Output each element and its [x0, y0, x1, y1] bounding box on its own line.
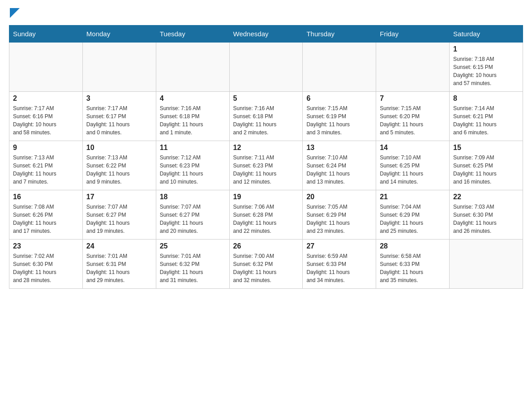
- day-info: Sunrise: 7:15 AM Sunset: 6:19 PM Dayligh…: [306, 104, 372, 137]
- week-row-1: 2Sunrise: 7:17 AM Sunset: 6:16 PM Daylig…: [9, 92, 523, 141]
- day-number: 24: [86, 242, 152, 250]
- calendar-cell-w1-d4: 6Sunrise: 7:15 AM Sunset: 6:19 PM Daylig…: [303, 92, 376, 141]
- day-info: Sunrise: 7:06 AM Sunset: 6:28 PM Dayligh…: [233, 203, 299, 235]
- calendar-cell-w2-d2: 11Sunrise: 7:12 AM Sunset: 6:23 PM Dayli…: [156, 141, 229, 190]
- day-info: Sunrise: 7:05 AM Sunset: 6:29 PM Dayligh…: [306, 203, 372, 235]
- calendar-cell-w4-d1: 24Sunrise: 7:01 AM Sunset: 6:31 PM Dayli…: [82, 240, 156, 289]
- calendar-cell-w4-d3: 26Sunrise: 7:00 AM Sunset: 6:32 PM Dayli…: [229, 240, 303, 289]
- day-number: 4: [160, 94, 226, 103]
- calendar-cell-w2-d5: 14Sunrise: 7:10 AM Sunset: 6:25 PM Dayli…: [376, 141, 450, 190]
- day-number: 7: [380, 94, 446, 103]
- day-info: Sunrise: 7:16 AM Sunset: 6:18 PM Dayligh…: [233, 104, 299, 137]
- calendar-cell-w1-d1: 3Sunrise: 7:17 AM Sunset: 6:17 PM Daylig…: [82, 92, 156, 141]
- calendar-cell-w1-d6: 8Sunrise: 7:14 AM Sunset: 6:21 PM Daylig…: [450, 92, 523, 141]
- day-info: Sunrise: 7:10 AM Sunset: 6:24 PM Dayligh…: [306, 154, 372, 186]
- day-number: 14: [380, 144, 446, 152]
- day-info: Sunrise: 7:04 AM Sunset: 6:29 PM Dayligh…: [380, 203, 446, 235]
- week-row-3: 16Sunrise: 7:08 AM Sunset: 6:26 PM Dayli…: [9, 190, 523, 240]
- day-number: 5: [233, 94, 299, 103]
- calendar-cell-w1-d0: 2Sunrise: 7:17 AM Sunset: 6:16 PM Daylig…: [9, 92, 83, 141]
- day-number: 6: [306, 94, 372, 103]
- day-number: 17: [86, 193, 152, 201]
- weekday-header-tuesday: Tuesday: [156, 26, 229, 43]
- calendar-cell-w2-d1: 10Sunrise: 7:13 AM Sunset: 6:22 PM Dayli…: [82, 141, 156, 190]
- logo-arrow-icon: [10, 8, 20, 18]
- day-info: Sunrise: 7:00 AM Sunset: 6:32 PM Dayligh…: [233, 252, 299, 284]
- day-info: Sunrise: 7:07 AM Sunset: 6:27 PM Dayligh…: [160, 203, 226, 235]
- day-info: Sunrise: 7:10 AM Sunset: 6:25 PM Dayligh…: [380, 154, 446, 186]
- calendar-cell-w2-d3: 12Sunrise: 7:11 AM Sunset: 6:23 PM Dayli…: [229, 141, 303, 190]
- day-info: Sunrise: 7:15 AM Sunset: 6:20 PM Dayligh…: [380, 104, 446, 137]
- day-number: 20: [306, 193, 372, 201]
- day-info: Sunrise: 7:16 AM Sunset: 6:18 PM Dayligh…: [160, 104, 226, 137]
- week-row-2: 9Sunrise: 7:13 AM Sunset: 6:21 PM Daylig…: [9, 141, 523, 190]
- day-number: 26: [233, 242, 299, 250]
- calendar-cell-w4-d2: 25Sunrise: 7:01 AM Sunset: 6:32 PM Dayli…: [156, 240, 229, 289]
- weekday-header-thursday: Thursday: [303, 26, 376, 43]
- day-info: Sunrise: 7:14 AM Sunset: 6:21 PM Dayligh…: [453, 104, 519, 137]
- day-info: Sunrise: 7:07 AM Sunset: 6:27 PM Dayligh…: [86, 203, 152, 235]
- calendar-cell-w4-d6: [450, 240, 523, 289]
- weekday-header-row: SundayMondayTuesdayWednesdayThursdayFrid…: [9, 26, 523, 43]
- weekday-header-wednesday: Wednesday: [229, 26, 303, 43]
- logo: [9, 9, 20, 18]
- page-header: [9, 9, 523, 18]
- day-info: Sunrise: 7:01 AM Sunset: 6:32 PM Dayligh…: [160, 252, 226, 284]
- day-number: 1: [453, 45, 519, 53]
- day-info: Sunrise: 7:18 AM Sunset: 6:15 PM Dayligh…: [453, 55, 519, 87]
- calendar-cell-w4-d4: 27Sunrise: 6:59 AM Sunset: 6:33 PM Dayli…: [303, 240, 376, 289]
- calendar-cell-w3-d5: 21Sunrise: 7:04 AM Sunset: 6:29 PM Dayli…: [376, 190, 450, 240]
- weekday-header-saturday: Saturday: [450, 26, 523, 43]
- week-row-0: 1Sunrise: 7:18 AM Sunset: 6:15 PM Daylig…: [9, 43, 523, 92]
- day-info: Sunrise: 7:08 AM Sunset: 6:26 PM Dayligh…: [13, 203, 79, 235]
- day-number: 21: [380, 193, 446, 201]
- calendar-cell-w4-d0: 23Sunrise: 7:02 AM Sunset: 6:30 PM Dayli…: [9, 240, 83, 289]
- calendar-cell-w1-d3: 5Sunrise: 7:16 AM Sunset: 6:18 PM Daylig…: [229, 92, 303, 141]
- calendar-cell-w0-d0: [9, 43, 83, 92]
- day-number: 11: [160, 144, 226, 152]
- calendar-cell-w0-d1: [82, 43, 156, 92]
- day-info: Sunrise: 7:02 AM Sunset: 6:30 PM Dayligh…: [13, 252, 79, 284]
- calendar-cell-w0-d3: [229, 43, 303, 92]
- calendar-table: SundayMondayTuesdayWednesdayThursdayFrid…: [9, 25, 523, 289]
- day-number: 22: [453, 193, 519, 201]
- day-info: Sunrise: 7:11 AM Sunset: 6:23 PM Dayligh…: [233, 154, 299, 186]
- calendar-cell-w2-d4: 13Sunrise: 7:10 AM Sunset: 6:24 PM Dayli…: [303, 141, 376, 190]
- day-number: 12: [233, 144, 299, 152]
- calendar-cell-w3-d4: 20Sunrise: 7:05 AM Sunset: 6:29 PM Dayli…: [303, 190, 376, 240]
- calendar-cell-w2-d0: 9Sunrise: 7:13 AM Sunset: 6:21 PM Daylig…: [9, 141, 83, 190]
- day-number: 28: [380, 242, 446, 250]
- calendar-cell-w0-d5: [376, 43, 450, 92]
- calendar-cell-w0-d4: [303, 43, 376, 92]
- calendar-cell-w3-d0: 16Sunrise: 7:08 AM Sunset: 6:26 PM Dayli…: [9, 190, 83, 240]
- day-number: 25: [160, 242, 226, 250]
- day-number: 8: [453, 94, 519, 103]
- weekday-header-monday: Monday: [82, 26, 156, 43]
- day-number: 23: [13, 242, 79, 250]
- calendar-cell-w0-d6: 1Sunrise: 7:18 AM Sunset: 6:15 PM Daylig…: [450, 43, 523, 92]
- day-info: Sunrise: 6:58 AM Sunset: 6:33 PM Dayligh…: [380, 252, 446, 284]
- calendar-cell-w0-d2: [156, 43, 229, 92]
- day-info: Sunrise: 6:59 AM Sunset: 6:33 PM Dayligh…: [306, 252, 372, 284]
- day-info: Sunrise: 7:17 AM Sunset: 6:16 PM Dayligh…: [13, 104, 79, 137]
- calendar-cell-w2-d6: 15Sunrise: 7:09 AM Sunset: 6:25 PM Dayli…: [450, 141, 523, 190]
- svg-marker-0: [10, 8, 20, 18]
- weekday-header-sunday: Sunday: [9, 26, 83, 43]
- day-info: Sunrise: 7:01 AM Sunset: 6:31 PM Dayligh…: [86, 252, 152, 284]
- day-number: 19: [233, 193, 299, 201]
- calendar-cell-w3-d1: 17Sunrise: 7:07 AM Sunset: 6:27 PM Dayli…: [82, 190, 156, 240]
- day-info: Sunrise: 7:12 AM Sunset: 6:23 PM Dayligh…: [160, 154, 226, 186]
- day-number: 3: [86, 94, 152, 103]
- calendar-cell-w3-d6: 22Sunrise: 7:03 AM Sunset: 6:30 PM Dayli…: [450, 190, 523, 240]
- calendar-cell-w3-d3: 19Sunrise: 7:06 AM Sunset: 6:28 PM Dayli…: [229, 190, 303, 240]
- day-number: 9: [13, 144, 79, 152]
- day-number: 13: [306, 144, 372, 152]
- day-number: 2: [13, 94, 79, 103]
- week-row-4: 23Sunrise: 7:02 AM Sunset: 6:30 PM Dayli…: [9, 240, 523, 289]
- day-number: 15: [453, 144, 519, 152]
- calendar-cell-w4-d5: 28Sunrise: 6:58 AM Sunset: 6:33 PM Dayli…: [376, 240, 450, 289]
- day-info: Sunrise: 7:13 AM Sunset: 6:22 PM Dayligh…: [86, 154, 152, 186]
- day-info: Sunrise: 7:13 AM Sunset: 6:21 PM Dayligh…: [13, 154, 79, 186]
- day-number: 10: [86, 144, 152, 152]
- day-info: Sunrise: 7:09 AM Sunset: 6:25 PM Dayligh…: [453, 154, 519, 186]
